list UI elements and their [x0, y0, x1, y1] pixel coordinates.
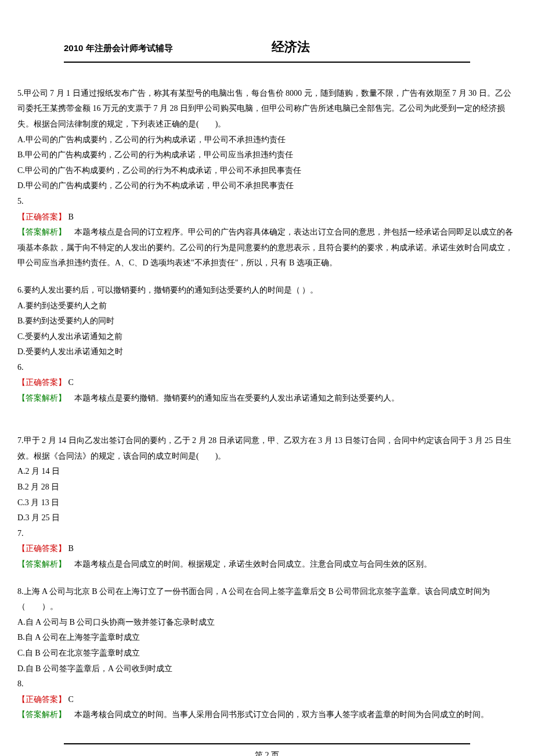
option-b: B.要约到达受要约人的同时: [17, 314, 517, 329]
option-c: C.甲公司的广告不构成要约，乙公司的行为不构成承诺，甲公司不承担民事责任: [17, 163, 517, 179]
option-b: B.甲公司的广告构成要约，乙公司的行为构成承诺，甲公司应当承担违约责任: [17, 147, 517, 163]
content-area: 5. 5.甲公司 7 月 1 日通过报纸发布广告，称其有某型号的电脑出售，每台售…: [17, 86, 517, 723]
option-d: D.3 月 25 日: [17, 510, 517, 526]
analysis-text: 本题考核点是合同成立的时间。根据规定，承诺生效时合同成立。注意合同成立与合同生效…: [74, 560, 432, 568]
question-stem: 7.甲于 2 月 14 日向乙发出签订合同的要约，乙于 2 月 28 日承诺同意…: [17, 433, 517, 464]
option-c: C.3 月 13 日: [17, 495, 517, 511]
analysis-line: 【答案解析】 本题考核点是合同成立的时间。根据规定，承诺生效时合同成立。注意合同…: [17, 557, 517, 573]
correct-answer-line: 【正确答案】 B: [17, 541, 517, 557]
page-number: 第 2 页: [0, 748, 534, 756]
question-block: 7.甲于 2 月 14 日向乙发出签订合同的要约，乙于 2 月 28 日承诺同意…: [17, 433, 517, 572]
correct-answer-line: 【正确答案】 B: [17, 210, 517, 225]
question-after-num: 7.: [17, 526, 517, 542]
analysis-line: 【答案解析】 本题考核合同成立的时间。当事人采用合同书形式订立合同的，双方当事人…: [17, 707, 517, 723]
option-a: A.甲公司的广告构成要约，乙公司的行为构成承诺，甲公司不承担违约责任: [17, 132, 517, 148]
correct-answer-label: 【正确答案】: [17, 378, 66, 387]
analysis-line: 【答案解析】 本题考核点是合同的订立程序。甲公司的广告内容具体确定，表达出订立合…: [17, 225, 517, 271]
correct-answer-line: 【正确答案】 C: [17, 375, 517, 391]
option-a: A.要约到达受要约人之前: [17, 298, 517, 314]
analysis-text: 本题考核点是合同的订立程序。甲公司的广告内容具体确定，表达出订立合同的意思，并包…: [17, 228, 513, 267]
analysis-label: 【答案解析】: [17, 228, 66, 236]
page-header: 2010 年注册会计师考试辅导 经济法: [64, 35, 470, 63]
analysis-label: 【答案解析】: [17, 394, 66, 402]
question-block: 8.上海 A 公司与北京 B 公司在上海订立了一份书面合同，A 公司在合同上签字…: [17, 584, 517, 723]
correct-answer-value: C: [66, 378, 74, 387]
correct-answer-value: B: [66, 544, 74, 553]
question-stem: 8.上海 A 公司与北京 B 公司在上海订立了一份书面合同，A 公司在合同上签字…: [17, 584, 517, 615]
analysis-text: 本题考核合同成立的时间。当事人采用合同书形式订立合同的，双方当事人签字或者盖章的…: [74, 710, 489, 719]
analysis-label: 【答案解析】: [17, 560, 66, 568]
analysis-text: 本题考核点是要约撤销。撤销要约的通知应当在受要约人发出承诺通知之前到达受要约人。: [74, 394, 399, 402]
header-title: 经济法: [272, 35, 310, 59]
option-d: D.自 B 公司签字盖章后，A 公司收到时成立: [17, 661, 517, 677]
header-left-text: 2010 年注册会计师考试辅导: [64, 40, 173, 57]
correct-answer-label: 【正确答案】: [17, 695, 66, 704]
correct-answer-value: B: [66, 213, 74, 221]
option-c: C.自 B 公司在北京签字盖章时成立: [17, 646, 517, 661]
option-d: D.甲公司的广告构成要约，乙公司的行为不构成承诺，甲公司不承担民事责任: [17, 178, 517, 194]
correct-answer-value: C: [66, 695, 74, 704]
analysis-line: 【答案解析】 本题考核点是要约撤销。撤销要约的通知应当在受要约人发出承诺通知之前…: [17, 391, 517, 406]
question-after-num: 6.: [17, 360, 517, 376]
question-stem-text: 甲公司 7 月 1 日通过报纸发布广告，称其有某型号的电脑出售，每台售价 800…: [17, 89, 511, 128]
option-d: D.受要约人发出承诺通知之时: [17, 344, 517, 360]
question-number: 5.: [17, 89, 24, 98]
question-stem: 6.要约人发出要约后，可以撤销要约，撤销要约的通知到达受要约人的时间是（ ）。: [17, 283, 517, 298]
correct-answer-label: 【正确答案】: [17, 544, 66, 553]
page-footer: 第 2 页: [0, 743, 534, 756]
option-a: A.自 A 公司与 B 公司口头协商一致并签订备忘录时成立: [17, 615, 517, 631]
question-after-num: 5.: [17, 194, 517, 210]
option-b: B.自 A 公司在上海签字盖章时成立: [17, 630, 517, 646]
question-after-num: 8.: [17, 676, 517, 692]
footer-divider: [64, 743, 470, 744]
question-stem: 5.甲公司 7 月 1 日通过报纸发布广告，称其有某型号的电脑出售，每台售价 8…: [17, 86, 517, 132]
page: 2010 年注册会计师考试辅导 经济法 5. 5.甲公司 7 月 1 日通过报纸…: [0, 0, 534, 756]
correct-answer-label: 【正确答案】: [17, 213, 66, 221]
option-b: B.2 月 28 日: [17, 480, 517, 495]
option-c: C.受要约人发出承诺通知之前: [17, 329, 517, 345]
analysis-label: 【答案解析】: [17, 710, 66, 719]
correct-answer-line: 【正确答案】 C: [17, 692, 517, 708]
question-block: 6.要约人发出要约后，可以撤销要约，撤销要约的通知到达受要约人的时间是（ ）。 …: [17, 283, 517, 406]
option-a: A.2 月 14 日: [17, 464, 517, 480]
question-block: 5. 5.甲公司 7 月 1 日通过报纸发布广告，称其有某型号的电脑出售，每台售…: [17, 86, 517, 271]
